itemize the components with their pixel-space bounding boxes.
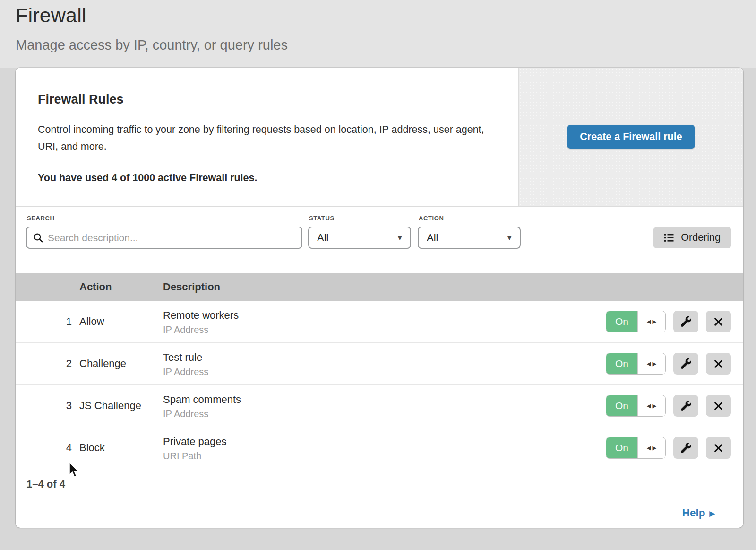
card-footer: Help ▶ — [16, 499, 743, 527]
ordering-button[interactable]: Ordering — [653, 227, 731, 248]
rule-action: Allow — [79, 315, 163, 328]
toggle-arrows-icon: ◀▶ — [637, 437, 665, 458]
rule-action: JS Challenge — [79, 400, 163, 412]
action-select[interactable]: All ▼ — [418, 227, 521, 249]
rules-info-text: Firewall Rules Control incoming traffic … — [16, 68, 518, 206]
pagination-range: 1–4 of 4 — [26, 478, 65, 490]
rule-controls: On ◀▶ — [606, 311, 731, 332]
rule-description: Private pages — [163, 436, 606, 448]
rule-description-cell: Test rule IP Address — [163, 350, 606, 377]
delete-rule-button[interactable] — [706, 353, 731, 375]
create-firewall-rule-button[interactable]: Create a Firewall rule — [567, 125, 694, 149]
rule-priority: 2 — [16, 358, 79, 370]
edit-rule-button[interactable] — [673, 311, 698, 332]
rule-enabled-toggle[interactable]: On ◀▶ — [606, 311, 666, 332]
action-column-header: Action — [79, 281, 163, 293]
action-select-value: All — [427, 232, 438, 244]
rule-description: Remote workers — [163, 309, 606, 322]
rules-info-section: Firewall Rules Control incoming traffic … — [16, 68, 743, 207]
wrench-icon — [681, 401, 691, 411]
delete-rule-button[interactable] — [706, 311, 731, 332]
table-header: Action Description — [16, 273, 743, 301]
rule-controls: On ◀▶ — [606, 353, 731, 375]
create-rule-panel: Create a Firewall rule — [518, 68, 743, 206]
delete-rule-button[interactable] — [706, 395, 731, 417]
pagination: 1–4 of 4 — [16, 469, 743, 499]
table-row: 4 Block Private pages URI Path On ◀▶ — [16, 427, 743, 469]
wrench-icon — [681, 316, 691, 327]
search-box[interactable] — [26, 227, 302, 249]
arrow-right-icon: ▶ — [709, 508, 715, 518]
edit-rule-button[interactable] — [673, 395, 698, 417]
table-row: 1 Allow Remote workers IP Address On ◀▶ — [16, 301, 743, 343]
toggle-arrows-icon: ◀▶ — [637, 311, 665, 332]
action-label: ACTION — [419, 215, 444, 222]
rules-usage-text: You have used 4 of 1000 active Firewall … — [38, 172, 499, 184]
status-label: STATUS — [309, 215, 335, 222]
rule-field-type: URI Path — [163, 451, 606, 462]
rule-controls: On ◀▶ — [606, 395, 731, 417]
status-select-value: All — [317, 232, 328, 244]
ordering-button-label: Ordering — [681, 232, 721, 244]
toggle-on-label: On — [606, 395, 637, 416]
toggle-on-label: On — [606, 311, 637, 332]
close-icon — [713, 443, 724, 454]
toggle-on-label: On — [606, 353, 637, 374]
table-row: 2 Challenge Test rule IP Address On ◀▶ — [16, 343, 743, 385]
rules-heading: Firewall Rules — [38, 92, 499, 107]
rule-description-cell: Remote workers IP Address — [163, 308, 606, 335]
firewall-rules-card: Firewall Rules Control incoming traffic … — [16, 68, 743, 528]
rule-priority: 1 — [16, 315, 79, 328]
rule-controls: On ◀▶ — [606, 437, 731, 459]
ordered-list-icon — [664, 232, 675, 243]
toggle-arrows-icon: ◀▶ — [637, 353, 665, 374]
search-input[interactable] — [48, 232, 295, 244]
rule-enabled-toggle[interactable]: On ◀▶ — [606, 353, 666, 375]
chevron-down-icon: ▼ — [506, 234, 513, 242]
filters-bar: SEARCH STATUS All ▼ ACTION All ▼ — [16, 207, 743, 273]
toggle-arrows-icon: ◀▶ — [637, 395, 665, 416]
status-select[interactable]: All ▼ — [308, 227, 411, 249]
page-title: Firewall — [16, 4, 86, 27]
rule-action: Challenge — [79, 358, 163, 370]
table-row: 3 JS Challenge Spam comments IP Address … — [16, 385, 743, 427]
page-header: Firewall Manage access by IP, country, o… — [0, 0, 756, 68]
rule-enabled-toggle[interactable]: On ◀▶ — [606, 437, 666, 459]
rule-field-type: IP Address — [163, 324, 606, 335]
edit-rule-button[interactable] — [673, 437, 698, 459]
edit-rule-button[interactable] — [673, 353, 698, 375]
search-icon — [33, 233, 43, 243]
close-icon — [713, 358, 724, 369]
rule-action: Block — [79, 442, 163, 454]
help-link[interactable]: Help ▶ — [682, 507, 715, 519]
description-column-header: Description — [163, 281, 220, 293]
toggle-on-label: On — [606, 437, 637, 458]
search-label: SEARCH — [27, 215, 55, 222]
rule-description-cell: Spam comments IP Address — [163, 393, 606, 419]
help-link-label: Help — [682, 507, 705, 519]
rule-description-cell: Private pages URI Path — [163, 435, 606, 462]
mouse-cursor — [69, 462, 81, 479]
rule-description: Test rule — [163, 351, 606, 364]
rules-description: Control incoming traffic to your zone by… — [38, 121, 491, 155]
wrench-icon — [681, 443, 691, 453]
rule-enabled-toggle[interactable]: On ◀▶ — [606, 395, 666, 417]
wrench-icon — [681, 358, 691, 369]
rule-description: Spam comments — [163, 393, 606, 406]
delete-rule-button[interactable] — [706, 437, 731, 459]
rule-field-type: IP Address — [163, 409, 606, 419]
close-icon — [713, 401, 724, 411]
rule-priority: 3 — [16, 400, 79, 412]
chevron-down-icon: ▼ — [396, 234, 403, 242]
close-icon — [713, 316, 724, 327]
rule-priority: 4 — [16, 442, 79, 454]
rule-field-type: IP Address — [163, 367, 606, 377]
page-subtitle: Manage access by IP, country, or query r… — [16, 37, 288, 53]
